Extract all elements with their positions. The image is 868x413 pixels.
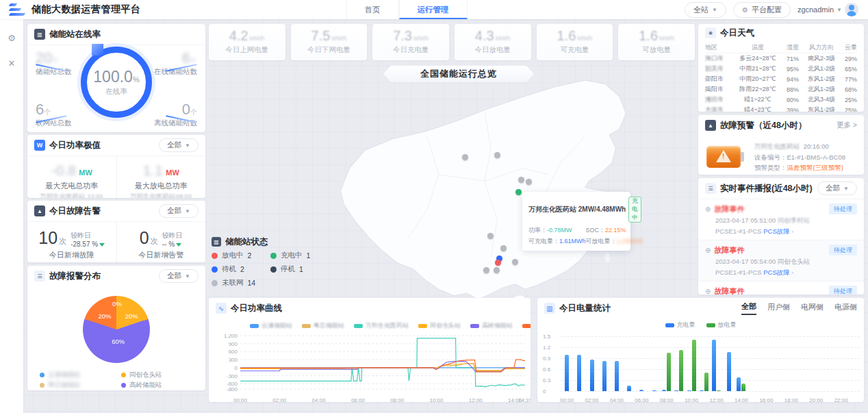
bar-legend-item[interactable]: 充电量 bbox=[665, 321, 695, 329]
curve-legend-item[interactable]: 同创仓头站 bbox=[418, 321, 461, 330]
charge-bar[interactable] bbox=[615, 361, 619, 391]
pie-label: 20% bbox=[99, 312, 112, 320]
list-icon: ☰ bbox=[34, 271, 45, 281]
user-menu[interactable]: zgcnadmin▼ bbox=[797, 3, 858, 16]
curve-legend-item[interactable]: 高岭储能站 bbox=[470, 321, 513, 330]
charge-bar[interactable] bbox=[674, 390, 678, 391]
charge-bar[interactable] bbox=[652, 390, 656, 391]
kpi-row: 4.2MWh今日上网电量7.5MWh今日下网电量7.3MWh今日充电量4.3MW… bbox=[209, 24, 695, 60]
power-extreme-cell: -0.8 MW最大充电总功率万邦生化医药站 12:01 bbox=[27, 156, 116, 198]
station-dot[interactable] bbox=[515, 189, 522, 195]
alarm-count: 0次 bbox=[140, 228, 158, 247]
panel-fault-warning: ▲故障预警（近48小时） 更多 > 万邦生化医药站 20:16:00 设备编号：… bbox=[698, 115, 864, 175]
station-dot[interactable] bbox=[500, 245, 507, 251]
curve-legend-item[interactable]: 云浦储能站 bbox=[250, 321, 292, 330]
station-dot[interactable] bbox=[462, 154, 468, 160]
status-legend-item: 待机2 bbox=[212, 264, 270, 274]
charge-bar[interactable] bbox=[712, 340, 716, 391]
charge-bar[interactable] bbox=[565, 355, 569, 391]
platform-config-button[interactable]: ⚙平台配置 bbox=[733, 2, 791, 18]
discharge-bar[interactable] bbox=[704, 373, 709, 391]
weather-header-row: 地区温度湿度风力方向云量 bbox=[705, 42, 857, 53]
tab-active[interactable]: 运行管理 bbox=[399, 0, 468, 19]
charge-bar[interactable] bbox=[737, 377, 741, 391]
tab-item[interactable]: 首页 bbox=[346, 0, 399, 19]
discharge-bar[interactable] bbox=[741, 384, 745, 391]
station-dot[interactable] bbox=[526, 179, 532, 185]
station-dot[interactable] bbox=[487, 233, 494, 239]
station-dot[interactable] bbox=[518, 177, 524, 183]
weather-row: 邵阳市中雨20~27℃94%东风1-2级77% bbox=[705, 74, 857, 84]
pending-badge[interactable]: 待处理 bbox=[829, 245, 857, 255]
station-dot[interactable] bbox=[494, 152, 500, 158]
x-axis-tick: 18:00 bbox=[784, 397, 798, 402]
filter-dropdown[interactable]: 全部▼ bbox=[159, 204, 199, 218]
pending-badge[interactable]: 待处理 bbox=[829, 203, 857, 214]
bar-group bbox=[797, 336, 810, 391]
status-dot bbox=[212, 253, 218, 259]
fault-pie-chart: 0%20%60%20% bbox=[83, 296, 150, 363]
charge-bar[interactable] bbox=[602, 361, 607, 391]
alarm-label: 今日新增故障 bbox=[29, 250, 115, 260]
legend-item: 高岭储能站 bbox=[121, 380, 200, 390]
bar-group bbox=[648, 336, 660, 391]
kpi-value: 1.6MWh bbox=[537, 28, 613, 44]
bar-legend-item[interactable]: 放电量 bbox=[706, 321, 737, 329]
charge-bar[interactable] bbox=[727, 352, 731, 391]
charge-bar[interactable] bbox=[662, 390, 666, 391]
bar-group bbox=[748, 336, 760, 391]
filter-dropdown[interactable]: 全部▼ bbox=[159, 138, 199, 152]
filter-dropdown[interactable]: 全部▼ bbox=[159, 269, 199, 283]
x-axis-tick: 10:00 bbox=[429, 397, 443, 402]
station-dot[interactable] bbox=[512, 259, 518, 265]
charge-bar[interactable] bbox=[639, 390, 643, 391]
charge-bar[interactable] bbox=[577, 355, 581, 391]
energy-tab[interactable]: 电源侧 bbox=[834, 302, 857, 314]
weather-col-header: 温度 bbox=[734, 43, 782, 52]
legend-item: 云浦储能站 bbox=[40, 370, 118, 380]
pie-label: 60% bbox=[112, 338, 125, 345]
weather-row: 潍坊市晴1~22℃80%北风3-4级25% bbox=[705, 95, 857, 105]
warning-icon: ▲ bbox=[705, 120, 716, 131]
curve-legend-item[interactable]: 万邦生化医药站 bbox=[354, 321, 409, 330]
event-tag-link[interactable]: PCS故障 bbox=[763, 227, 790, 235]
gauge-deco bbox=[92, 44, 103, 55]
grid-line bbox=[561, 391, 860, 392]
gear-icon[interactable]: ⚙ bbox=[8, 33, 16, 43]
discharge-bar[interactable] bbox=[717, 390, 721, 391]
charge-bar[interactable] bbox=[700, 390, 704, 391]
weather-row: 大连市晴4~23℃39%东风1-2级25% bbox=[705, 105, 857, 112]
discharge-bar[interactable] bbox=[692, 340, 696, 391]
pending-badge[interactable]: 待处理 bbox=[829, 286, 857, 295]
weather-row: 海口市多云24~28℃71%南风2-3级29% bbox=[705, 53, 857, 64]
energy-tab[interactable]: 用户侧 bbox=[767, 302, 790, 314]
site-selector[interactable]: 全站▼ bbox=[685, 2, 726, 18]
event-tag-link[interactable]: PCS故障 bbox=[763, 268, 790, 276]
legend-mark bbox=[354, 324, 363, 328]
curve-legend-item[interactable]: 粤芯储能站 bbox=[302, 321, 344, 330]
status-legend-item: 未联网14 bbox=[212, 278, 270, 288]
discharge-bar[interactable] bbox=[667, 353, 671, 391]
fullscreen-exit-icon[interactable]: ✕ bbox=[8, 58, 16, 68]
kpi-label: 今日放电量 bbox=[455, 45, 531, 55]
station-dot[interactable] bbox=[494, 267, 500, 273]
energy-tab[interactable]: 电网侧 bbox=[801, 302, 824, 314]
legend-mark bbox=[302, 324, 311, 328]
curve-legend-item[interactable]: 同创李村站 bbox=[522, 321, 531, 330]
y-axis-tick: 300 bbox=[229, 357, 238, 363]
station-dot[interactable] bbox=[495, 260, 501, 266]
charge-bar[interactable] bbox=[627, 386, 631, 391]
legend-mark bbox=[665, 323, 674, 327]
legend-item: 同创仓头站 bbox=[121, 370, 200, 380]
bar-group bbox=[785, 336, 797, 391]
charge-bar[interactable] bbox=[687, 390, 691, 391]
energy-tab[interactable]: 全部 bbox=[741, 301, 756, 315]
discharge-bar[interactable] bbox=[679, 350, 683, 391]
panel-title: 今日电量统计 bbox=[559, 303, 611, 314]
status-legend-item: 充电中1 bbox=[270, 251, 325, 260]
station-dot[interactable] bbox=[483, 267, 489, 273]
charge-bar[interactable] bbox=[590, 360, 594, 391]
more-link[interactable]: 更多 > bbox=[837, 121, 857, 130]
x-axis-tick: 04:00 bbox=[610, 397, 624, 402]
filter-dropdown[interactable]: 全部▼ bbox=[817, 182, 857, 195]
